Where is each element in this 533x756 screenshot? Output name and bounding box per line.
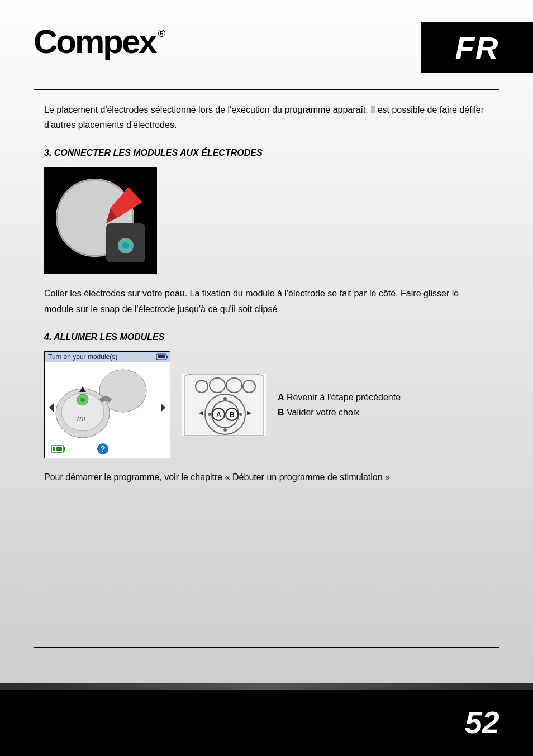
button-b-label: B — [230, 411, 235, 419]
figure-3 — [44, 167, 157, 274]
figure-4-row: Turn on your module(s) mi — [44, 351, 489, 458]
svg-rect-13 — [160, 355, 163, 358]
svg-point-38 — [223, 428, 227, 432]
caption-b-text: Valider votre choix — [284, 408, 360, 417]
svg-rect-25 — [53, 447, 55, 451]
svg-point-40 — [239, 413, 242, 416]
remote-buttons-illustration: A B — [182, 374, 266, 436]
language-tab: FR — [421, 22, 533, 73]
figure-4a: Turn on your module(s) mi — [44, 351, 170, 458]
section-4-heading: 4. ALLUMER LES MODULES — [44, 332, 489, 342]
svg-point-5 — [122, 242, 129, 249]
section-3-heading: 3. CONNECTER LES MODULES AUX ÉLECTRODES — [44, 148, 489, 158]
svg-rect-11 — [166, 356, 168, 358]
caption-b: B Valider votre choix — [278, 405, 401, 420]
turn-on-module-screen: Turn on your module(s) mi — [45, 352, 170, 458]
caption-a: A Revenir à l'étape précédente — [278, 390, 401, 405]
svg-rect-14 — [163, 355, 165, 358]
svg-point-19 — [80, 398, 85, 402]
svg-point-37 — [223, 397, 227, 400]
screen-title-text: Turn on your module(s) — [48, 353, 117, 361]
closing-paragraph: Pour démarrer le programme, voir le chap… — [44, 470, 489, 485]
svg-rect-12 — [158, 355, 160, 358]
electrode-module-illustration — [45, 168, 156, 274]
page-header: Compex ® FR — [0, 0, 533, 73]
svg-rect-26 — [56, 447, 59, 451]
figure-4b: A B — [182, 374, 266, 436]
content-frame: Le placement d'électrodes sélectionné lo… — [34, 89, 499, 648]
svg-text:?: ? — [101, 444, 106, 453]
figure-4-captions: A Revenir à l'étape précédente B Valider… — [278, 390, 401, 420]
footer-gradient — [0, 683, 533, 690]
registered-mark: ® — [158, 28, 164, 40]
module-label: mi — [77, 414, 86, 423]
svg-rect-24 — [64, 447, 65, 451]
language-code: FR — [455, 30, 499, 66]
button-a-label: A — [216, 411, 221, 419]
caption-a-text: Revenir à l'étape précédente — [284, 393, 401, 402]
section-3-paragraph: Coller les électrodes sur votre peau. La… — [44, 286, 489, 316]
caption-b-label: B — [278, 408, 284, 417]
brand-name: Compex — [34, 22, 156, 61]
page-footer: 52 — [0, 683, 533, 756]
brand-logo: Compex ® — [34, 22, 164, 61]
caption-a-label: A — [278, 393, 284, 402]
page-number: 52 — [465, 704, 499, 740]
intro-paragraph: Le placement d'électrodes sélectionné lo… — [44, 102, 489, 132]
svg-point-39 — [208, 413, 211, 416]
svg-rect-27 — [59, 447, 62, 451]
